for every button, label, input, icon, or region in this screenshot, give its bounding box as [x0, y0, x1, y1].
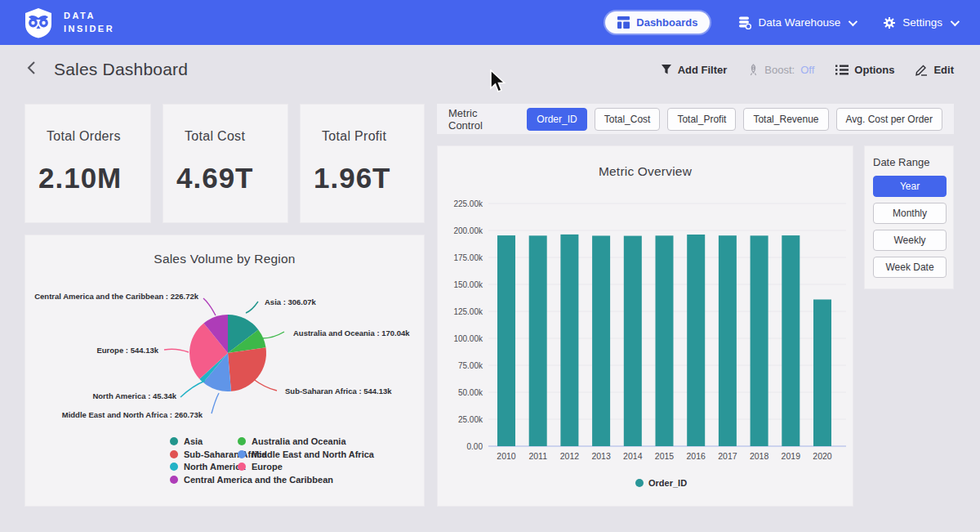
pie-callout-label-asia: Asia : 306.07k — [265, 297, 316, 306]
pie-legend-item-asia: Asia — [170, 436, 203, 446]
metric-option-avg-cost-per-order[interactable]: Avg. Cost per Order — [836, 108, 943, 131]
x-axis-tick-label: 2019 — [782, 451, 801, 461]
x-axis-tick-label: 2016 — [687, 451, 706, 461]
nav-dashboards-label: Dashboards — [636, 16, 697, 29]
kpi-label: Total Orders — [47, 129, 137, 144]
pie-callout-line — [180, 381, 205, 397]
date-option-monthly[interactable]: Monthly — [873, 203, 947, 224]
metric-option-total-cost[interactable]: Total_Cost — [595, 108, 661, 131]
back-chevron-icon — [26, 60, 36, 75]
pie-callout-line — [262, 332, 284, 338]
bar-2018[interactable] — [751, 235, 768, 446]
kpi-card-total-orders: Total Orders 2.10M — [24, 104, 151, 223]
page-title: Sales Dashboard — [54, 60, 188, 79]
bar-2011[interactable] — [529, 235, 547, 446]
nav-data-warehouse-menu[interactable]: Data Warehouse — [737, 16, 855, 29]
back-button[interactable] — [26, 60, 36, 78]
metric-option-total-revenue[interactable]: Total_Revenue — [743, 108, 828, 131]
y-axis-tick-label: 125.00k — [453, 307, 483, 316]
y-axis-tick-label: 100.00k — [453, 334, 483, 343]
owl-logo-icon — [23, 7, 54, 38]
date-buttons-group: YearMonthlyWeeklyWeek Date — [873, 176, 945, 278]
bar-chart: 225.00k200.00k175.00k150.00k125.00k100.0… — [438, 179, 853, 506]
bar-2010[interactable] — [497, 235, 515, 446]
x-axis-tick-label: 2015 — [655, 451, 675, 461]
bar-2019[interactable] — [782, 235, 800, 446]
edit-label: Edit — [933, 64, 954, 76]
bar-legend-label: Order_ID — [648, 478, 687, 488]
pie-legend-item-middle-east-and-north-africa: Middle East and North Africa — [238, 449, 374, 459]
nav-settings-label: Settings — [902, 16, 942, 29]
top-navbar: DATA INSIDER Dashboards Data Warehouse — [0, 0, 980, 45]
date-option-week-date[interactable]: Week Date — [873, 257, 947, 278]
date-option-weekly[interactable]: Weekly — [873, 230, 947, 251]
pie-legend-item-central-america-and-the-caribbean: Central America and the Caribbean — [170, 475, 333, 485]
bar-2015[interactable] — [656, 235, 674, 446]
bar-2014[interactable] — [624, 236, 642, 446]
edit-button[interactable]: Edit — [915, 64, 954, 76]
bar-chart-title: Metric Overview — [438, 164, 853, 179]
pie-slice-sub-saharan-africa[interactable] — [228, 347, 266, 391]
kpi-label: Total Cost — [185, 129, 274, 144]
chevron-down-icon — [849, 16, 858, 25]
pie-callout-label-europe: Europe : 544.13k — [96, 346, 158, 355]
y-axis-tick-label: 175.00k — [453, 253, 483, 262]
x-axis-tick-label: 2018 — [750, 451, 769, 461]
nav-dashboards-button[interactable]: Dashboards — [605, 11, 710, 34]
options-button[interactable]: Options — [835, 64, 894, 76]
x-axis-tick-label: 2014 — [623, 451, 643, 461]
pie-callout-label-central-america-and-the-caribbean: Central America and the Caribbean : 226.… — [34, 292, 198, 301]
boost-state: Off — [800, 64, 814, 76]
date-range-panel: Date Range YearMonthlyWeeklyWeek Date — [864, 145, 954, 289]
pie-callout-label-australia-and-oceania: Australia and Oceania : 170.04k — [293, 329, 410, 338]
pie-legend-item-europe: Europe — [238, 462, 283, 472]
legend-dot — [170, 463, 178, 471]
x-axis-tick-label: 2020 — [813, 451, 832, 461]
brand-line1: DATA — [64, 10, 114, 23]
page-header: Sales Dashboard Add Filter Boost: Off — [0, 45, 980, 94]
chevron-down-icon — [951, 16, 960, 25]
pie-callout-label-sub-saharan-africa: Sub-Saharan Africa : 544.13k — [285, 387, 392, 396]
bar-2012[interactable] — [560, 235, 578, 446]
bar-2013[interactable] — [592, 235, 610, 446]
boost-toggle[interactable]: Boost: Off — [748, 64, 814, 76]
pie-callout-line — [164, 349, 189, 352]
pie-callout-line — [203, 298, 216, 315]
pie-legend-item-north-america: North America — [170, 462, 245, 472]
legend-dot — [170, 437, 178, 445]
add-filter-button[interactable]: Add Filter — [661, 64, 728, 76]
x-axis-tick-label: 2011 — [528, 451, 547, 461]
metric-option-order-id[interactable]: Order_ID — [527, 108, 586, 131]
options-list-icon — [835, 65, 849, 75]
gear-icon — [883, 16, 896, 29]
date-option-year[interactable]: Year — [873, 176, 947, 197]
legend-label: Australia and Oceania — [252, 436, 346, 446]
pie-callout-label-north-america: North America : 45.34k — [92, 391, 176, 400]
legend-label: North America — [184, 462, 245, 472]
y-axis-tick-label: 50.00k — [458, 388, 483, 397]
kpi-label: Total Profit — [322, 129, 411, 144]
sales-volume-panel: Sales Volume by Region Asia : 306.07kAus… — [24, 235, 425, 507]
x-axis-tick-label: 2010 — [497, 451, 516, 461]
metric-option-total-profit[interactable]: Total_Profit — [667, 108, 736, 131]
legend-label: Middle East and North Africa — [252, 449, 374, 459]
brand: DATA INSIDER — [23, 7, 114, 38]
legend-label: Central America and the Caribbean — [184, 475, 333, 485]
edit-pencil-icon — [915, 64, 928, 76]
x-axis-tick-label: 2012 — [560, 451, 580, 461]
nav-settings-menu[interactable]: Settings — [883, 16, 957, 29]
y-axis-tick-label: 75.00k — [458, 361, 483, 370]
boost-rocket-icon — [748, 64, 759, 76]
pie-legend-item-australia-and-oceania: Australia and Oceania — [238, 436, 346, 446]
dashboards-grid-icon — [617, 16, 630, 29]
kpi-value: 1.96T — [314, 162, 411, 194]
bar-2020[interactable] — [813, 299, 831, 446]
y-axis-tick-label: 25.00k — [458, 415, 483, 424]
metric-buttons-group: Order_IDTotal_CostTotal_ProfitTotal_Reve… — [527, 108, 942, 131]
kpi-value: 2.10M — [38, 162, 137, 194]
metric-control-bar: Metric Control Order_IDTotal_CostTotal_P… — [437, 104, 954, 134]
bar-2017[interactable] — [719, 235, 737, 446]
brand-line2: INSIDER — [64, 23, 114, 36]
bar-2016[interactable] — [687, 235, 705, 446]
pie-callout-line — [246, 302, 258, 313]
